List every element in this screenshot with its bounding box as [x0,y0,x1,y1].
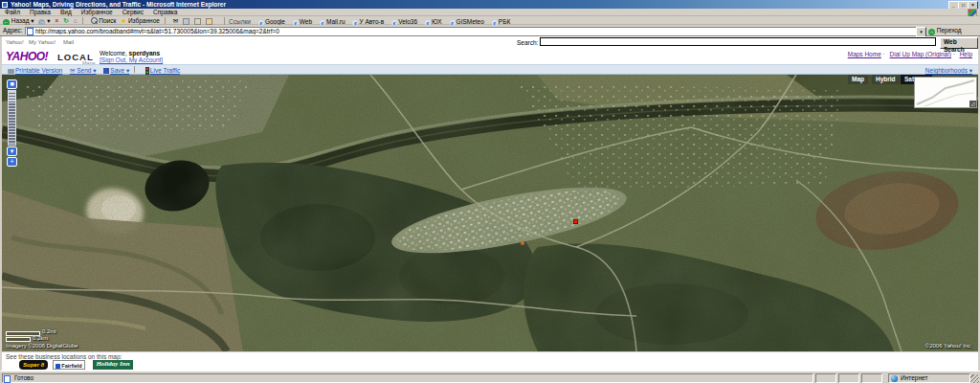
neighborhoods-dropdown-icon: ▾ [969,67,972,74]
back-label: Назад [11,17,30,24]
save-icon [103,68,109,74]
menu-bar: Файл Правка Вид Избранное Сервис Справка [0,9,980,16]
home-button[interactable]: ⌂ [74,16,78,25]
save-button[interactable]: Save ▾ [103,66,129,75]
ie-window-icon [2,2,8,8]
secondary-marker [521,241,524,245]
mail-link[interactable]: Mail [63,39,74,45]
menu-favorites[interactable]: Избранное [81,9,113,16]
satellite-imagery [2,75,978,351]
menu-tools[interactable]: Сервис [122,9,144,16]
fairfield-icon [56,364,60,369]
neighborhoods-button[interactable]: Neighborhoods ▾ [925,66,972,75]
search-label: Search: [517,39,538,46]
imagery-credit: Imagery ©2006 DigitalGlobe [6,343,78,349]
yahoo-home-link[interactable]: Yahoo! [6,39,24,45]
browser-toolbar: ← Назад ▾ → ▾ × ↻ ⌂ Поиск ★ Избранное ✉ … [0,16,980,25]
help-link[interactable]: Help [960,51,972,57]
fairfield-inn-ad[interactable]: Fairfield Inn [53,360,85,370]
send-button[interactable]: ✉ Send ▾ [70,66,97,75]
window-title: Yahoo! Maps, Driving Directions, and Tra… [11,0,226,9]
go-button[interactable]: → Переход [928,26,962,35]
yahoo-search-row: Yahoo! My Yahoo! Mail Search: Web Search [2,36,978,49]
map-marker[interactable] [573,219,578,224]
hybrid-view-button[interactable]: Hybrid [872,75,900,84]
status-text-pane: Готово [2,373,813,383]
business-locations-bar: See these business locations on this map… [2,351,978,371]
map-view-button[interactable]: Map [848,75,868,84]
messenger-button[interactable] [206,18,212,25]
menu-view[interactable]: Вид [60,9,72,16]
favorites-icon: ★ [121,17,126,24]
favorites-label: Избранное [128,17,160,24]
inset-toggle-icon[interactable]: ◿ [969,101,976,107]
inset-roads [915,78,976,107]
save-dropdown-icon: ▾ [126,67,129,74]
printer-icon [8,69,14,74]
status-bar: Готово Интернет [0,371,980,383]
zoom-pan-button[interactable]: ■ [7,79,17,89]
printable-version-button[interactable]: Printable Version [8,66,62,75]
satellite-map[interactable]: ■ ▾ + Map Hybrid Satellite ◿ 0.2mi 0.2km [2,75,978,351]
menu-file[interactable]: Файл [5,9,20,16]
favorites-button[interactable]: ★ Избранное [121,16,160,25]
toolbar-separator [165,17,166,24]
security-zone-pane: Интернет [888,373,970,383]
back-dropdown-icon[interactable]: ▾ [31,17,33,24]
toolbar-separator [82,17,83,24]
stop-button[interactable]: × [56,16,59,25]
status-pane [861,373,882,383]
yahoo-logo[interactable]: YAHOO! [6,50,48,63]
internet-zone-icon [891,375,898,382]
address-bar: Адрес: http://maps.yahoo.com/broadband#m… [0,25,980,36]
dialup-map-link[interactable]: Dial Up Map (Original) [890,51,951,57]
holiday-inn-ad[interactable]: Holiday Inn [93,360,133,370]
search-button[interactable]: Поиск [91,16,117,25]
web-search-button[interactable]: Web Search [940,37,978,49]
my-yahoo-link[interactable]: My Yahoo! [29,39,56,45]
go-icon: → [928,29,935,35]
scale-bar-km [6,337,31,342]
page-content: Yahoo! My Yahoo! Mail Search: Web Search… [2,36,978,371]
title-bar: Yahoo! Maps, Driving Directions, and Tra… [0,0,980,9]
scale-km-label: 0.2km [33,335,48,341]
toolbar-separator [134,66,135,73]
zoom-in-button[interactable]: + [7,157,17,167]
go-label: Переход [937,27,962,34]
address-dropdown-icon[interactable]: ▾ [916,27,926,37]
map-toolbar: Printable Version ✉ Send ▾ Save ▾ Live T… [2,64,978,75]
traffic-light-icon [145,67,149,75]
business-text: See these business locations on this map… [6,353,122,360]
account-links[interactable]: [Sign Out, My Account] [100,56,163,63]
forward-dropdown-icon[interactable]: ▾ [47,17,50,24]
resize-grip[interactable] [970,374,979,383]
edit-button[interactable] [194,18,201,25]
zoom-down-button[interactable]: ▾ [7,146,17,156]
page-icon [27,28,33,35]
mail-icon: ✉ [70,67,75,74]
maps-home-link[interactable]: Maps Home [848,51,881,57]
mail-button[interactable]: ✉ [173,16,178,25]
search-icon [91,17,98,24]
status-pane [815,373,836,383]
yahoo-credit: ©2006 Yahoo! Inc. [925,343,972,349]
print-button[interactable] [183,18,189,25]
address-input[interactable]: http://maps.yahoo.com/broadband#mvt=s&la… [25,27,923,35]
header-links: Maps Home · Dial Up Map (Original) · Hel… [845,51,972,57]
overview-inset-map[interactable]: ◿ [914,77,977,108]
status-page-icon [4,375,11,383]
scale-miles-label: 0.2mi [42,328,56,334]
address-label: Адрес: [3,27,22,34]
menu-help[interactable]: Справка [153,9,178,16]
live-traffic-button[interactable]: Live Traffic [145,66,180,75]
username: sperdyans [129,50,161,56]
web-search-input[interactable] [540,37,936,46]
status-pane [838,373,859,383]
zoom-slider[interactable] [8,90,16,146]
super8-ad[interactable]: Super 8 [19,360,48,370]
zoom-control: ■ ▾ + [7,79,18,168]
menu-edit[interactable]: Правка [30,9,51,16]
refresh-button[interactable]: ↻ [63,16,68,25]
local-header: YAHOO! LOCAL Maps Welcome, sperdyans [Si… [2,49,978,64]
search-label: Поиск [99,17,116,24]
